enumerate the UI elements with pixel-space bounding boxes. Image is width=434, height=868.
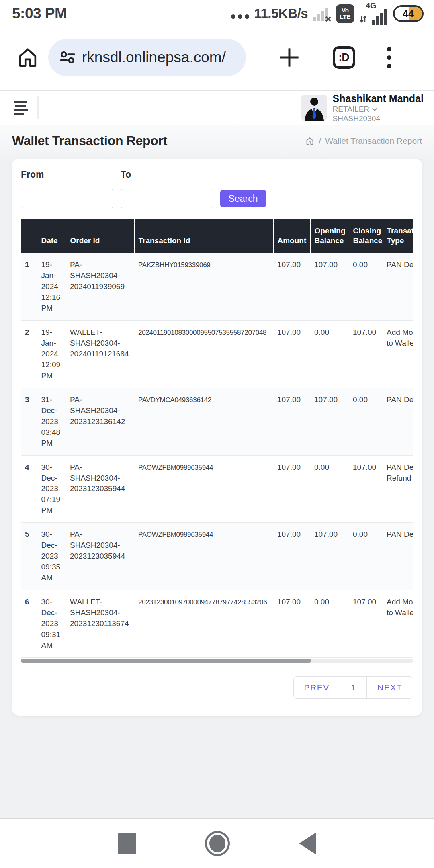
cell-order_id: PA-SHASH20304-2023123136142 — [66, 388, 134, 455]
prev-page-button[interactable]: PREV — [294, 677, 340, 698]
network-speed: 11.5KB/s — [254, 6, 308, 21]
search-button[interactable]: Search — [220, 190, 266, 207]
table-body: 119-Jan-2024 12:16 PMPA-SHASH20304-20240… — [21, 253, 413, 658]
page-title: Wallet Transaction Report — [12, 133, 167, 148]
cell-transaction_id: PAOWZFBM0989635944 — [134, 455, 273, 523]
android-nav-bar — [0, 818, 434, 868]
from-label: From — [21, 169, 113, 180]
clock: 5:03 PM — [12, 5, 67, 22]
cell-closing_balance: 107.00 — [349, 455, 383, 523]
to-label: To — [121, 169, 213, 180]
cell-date: 30-Dec-2023 09:31 AM — [37, 590, 66, 658]
cell-closing_balance: 107.00 — [349, 590, 383, 658]
cell-amount: 107.00 — [273, 388, 310, 455]
column-header: Amount — [273, 219, 310, 253]
cell-sn: 3 — [21, 388, 37, 455]
nav-home-icon[interactable] — [205, 831, 230, 856]
signal-no-service-icon — [313, 6, 331, 22]
browser-toolbar: rknsdl.onlinepsa.com/ :D — [0, 25, 434, 91]
column-header — [21, 219, 37, 253]
cell-opening_balance: 107.00 — [310, 523, 349, 590]
cell-transaction_type: Add Money to Wallet — [383, 320, 413, 388]
cell-transaction_id: PAVDYMCA0493636142 — [134, 388, 273, 455]
cell-order_id: PA-SHASH20304-2023123035944 — [66, 455, 134, 523]
cell-sn: 6 — [21, 590, 37, 658]
cell-date: 19-Jan-2024 12:16 PM — [37, 253, 66, 320]
cell-date: 31-Dec-2023 03:48 PM — [37, 388, 66, 455]
cell-opening_balance: 0.00 — [310, 455, 349, 523]
cell-date: 30-Dec-2023 09:35 AM — [37, 523, 66, 590]
back-icon[interactable] — [299, 833, 316, 854]
column-header: Transaction Id — [134, 219, 273, 253]
tab-switcher-icon[interactable]: :D — [333, 46, 355, 69]
avatar — [301, 95, 327, 121]
cell-amount: 107.00 — [273, 590, 310, 658]
cell-amount: 107.00 — [273, 253, 310, 320]
cell-sn: 2 — [21, 320, 37, 388]
pagination: PREV 1 NEXT — [293, 676, 413, 699]
cell-sn: 1 — [21, 253, 37, 320]
table-row: 119-Jan-2024 12:16 PMPA-SHASH20304-20240… — [21, 253, 413, 320]
cell-transaction_id: PAKZBHHY0159339069 — [134, 253, 273, 320]
home-icon[interactable] — [12, 46, 43, 69]
breadcrumb-current: Wallet Transaction Report — [325, 136, 422, 146]
from-date-input[interactable] — [21, 189, 113, 208]
kebab-menu-icon[interactable] — [387, 47, 391, 68]
column-header: Opening Balance — [310, 219, 349, 253]
cell-sn: 4 — [21, 455, 37, 523]
cell-date: 19-Jan-2024 12:09 PM — [37, 320, 66, 388]
menu-icon[interactable] — [14, 101, 28, 115]
cell-closing_balance: 0.00 — [349, 388, 383, 455]
cell-amount: 107.00 — [273, 523, 310, 590]
signal-4g-icon: 4G — [359, 3, 388, 25]
cell-opening_balance: 107.00 — [310, 388, 349, 455]
breadcrumb-home-icon[interactable] — [305, 136, 315, 146]
cell-transaction_type: Add Money to Wallet — [383, 590, 413, 658]
table-row: 430-Dec-2023 07:19 PMPA-SHASH20304-20231… — [21, 455, 413, 523]
user-id: SHASH20304 — [333, 114, 424, 123]
volte-icon: Vo LTE — [336, 4, 354, 23]
recents-icon[interactable] — [118, 833, 136, 854]
cell-transaction_id: 20240119010830000955075355587207048 — [134, 320, 273, 388]
chevron-down-icon — [372, 107, 378, 111]
to-date-input[interactable] — [121, 189, 213, 208]
user-menu[interactable]: Shashikant Mandal RETAILER SHASH20304 — [301, 92, 424, 123]
page-number-button[interactable]: 1 — [340, 677, 366, 698]
battery-icon: 44 — [393, 5, 424, 22]
divider — [37, 96, 39, 119]
cell-order_id: PA-SHASH20304-2023123035944 — [66, 523, 134, 590]
phone-screen: 5:03 PM 11.5KB/s Vo LTE 4G — [0, 0, 434, 868]
user-role[interactable]: RETAILER — [333, 104, 424, 114]
cell-transaction_type: PAN Debit — [383, 523, 413, 590]
scrollbar-thumb[interactable] — [21, 659, 311, 663]
breadcrumb-separator: / — [319, 136, 321, 146]
url-text: rknsdl.onlinepsa.com/ — [82, 49, 226, 66]
url-bar[interactable]: rknsdl.onlinepsa.com/ — [48, 39, 246, 76]
cell-transaction_id: PAOWZFBM0989635944 — [134, 523, 273, 590]
cell-order_id: WALLET-SHASH20304-20231230113674 — [66, 590, 134, 658]
title-row: Wallet Transaction Report / Wallet Trans… — [0, 125, 434, 159]
cell-closing_balance: 107.00 — [349, 320, 383, 388]
cell-order_id: WALLET-SHASH20304-20240119121684 — [66, 320, 134, 388]
cell-closing_balance: 0.00 — [349, 253, 383, 320]
cell-date: 30-Dec-2023 07:19 PM — [37, 455, 66, 523]
breadcrumb: / Wallet Transaction Report — [305, 136, 422, 146]
app-header: Shashikant Mandal RETAILER SHASH20304 — [0, 91, 434, 125]
cell-transaction_type: PAN Debit Refund — [383, 455, 413, 523]
tune-icon — [59, 49, 76, 66]
next-page-button[interactable]: NEXT — [366, 677, 413, 698]
horizontal-scrollbar[interactable] — [21, 659, 413, 663]
table-row: 219-Jan-2024 12:09 PMWALLET-SHASH20304-2… — [21, 320, 413, 388]
cell-amount: 107.00 — [273, 320, 310, 388]
table-row: 630-Dec-2023 09:31 AMWALLET-SHASH20304-2… — [21, 590, 413, 658]
cell-transaction_type: PAN Debit — [383, 388, 413, 455]
cell-amount: 107.00 — [273, 455, 310, 523]
cell-opening_balance: 0.00 — [310, 320, 349, 388]
column-header: Order Id — [66, 219, 134, 253]
cell-closing_balance: 0.00 — [349, 523, 383, 590]
new-tab-icon[interactable] — [278, 46, 301, 69]
user-name: Shashikant Mandal — [333, 92, 424, 105]
cell-transaction_id: 20231230010970000947787977428553206 — [134, 590, 273, 658]
cell-opening_balance: 107.00 — [310, 253, 349, 320]
table-header-row: DateOrder IdTransaction IdAmountOpening … — [21, 219, 413, 253]
